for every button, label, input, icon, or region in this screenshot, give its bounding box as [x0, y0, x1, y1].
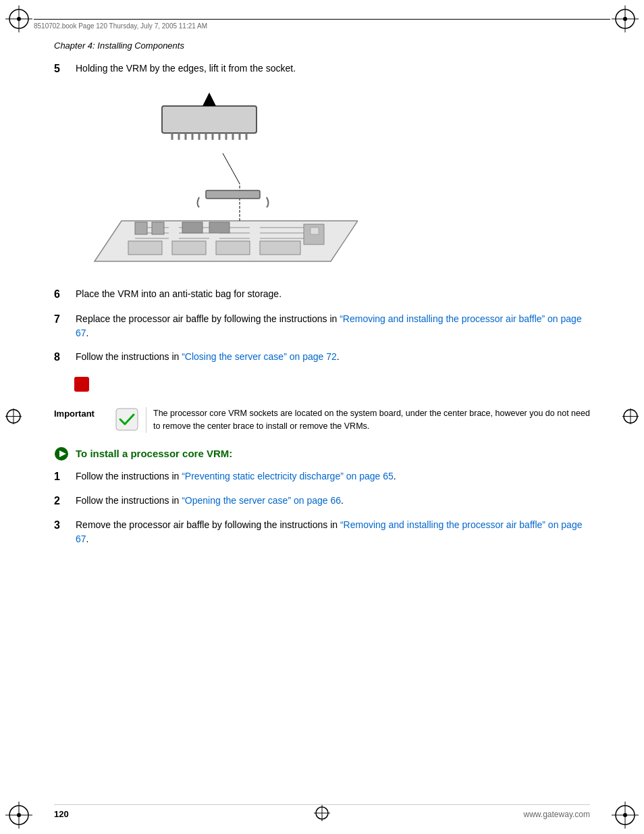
- step-8-number: 8: [54, 350, 73, 365]
- svg-marker-60: [203, 93, 216, 106]
- step-7-number: 7: [54, 312, 73, 327]
- step-7-text: Replace the processor air baffle by foll…: [76, 312, 590, 340]
- svg-rect-35: [128, 241, 162, 255]
- svg-rect-37: [216, 241, 250, 255]
- svg-rect-47: [162, 106, 257, 133]
- install-step-1-link[interactable]: “Preventing static electricity discharge…: [182, 471, 394, 481]
- stop-symbol: [74, 377, 89, 392]
- step-8-text: Follow the instructions in “Closing the …: [76, 350, 590, 364]
- corner-mark-tl: [5, 5, 32, 32]
- important-box: Important The processor core VRM sockets…: [54, 407, 590, 433]
- svg-rect-42: [209, 222, 230, 233]
- bottom-crosshair: [314, 805, 330, 823]
- svg-rect-41: [182, 222, 203, 233]
- step-5-text: Holding the VRM by the edges, lift it fr…: [76, 61, 590, 76]
- install-step-1-text: Follow the instructions in “Preventing s…: [76, 469, 590, 484]
- install-step-1-number: 1: [54, 469, 73, 484]
- step-8-block: 8 Follow the instructions in “Closing th…: [54, 350, 590, 365]
- install-step-3-number: 3: [54, 518, 73, 533]
- install-step-2-block: 2 Follow the instructions in “Opening th…: [54, 494, 590, 509]
- svg-rect-39: [135, 222, 147, 234]
- header-filename: 8510702.book Page 120 Thursday, July 7, …: [34, 22, 207, 30]
- step-6-number: 6: [54, 287, 73, 302]
- step-7-block: 7 Replace the processor air baffle by fo…: [54, 312, 590, 340]
- header-bar: 8510702.book Page 120 Thursday, July 7, …: [34, 19, 610, 30]
- install-step-3-text: Remove the processor air baffle by follo…: [76, 518, 590, 546]
- footer-url: www.gateway.com: [524, 810, 590, 819]
- install-step-1-block: 1 Follow the instructions in “Preventing…: [54, 469, 590, 484]
- corner-mark-bl: [5, 802, 32, 829]
- corner-mark-br: [612, 802, 639, 829]
- section-heading-block: To install a processor core VRM:: [54, 446, 590, 461]
- side-mark-right: [622, 408, 639, 426]
- chapter-heading: Chapter 4: Installing Components: [54, 41, 590, 51]
- install-step-2-link[interactable]: “Opening the server case” on page 66: [182, 495, 341, 506]
- install-step-3-link[interactable]: “Removing and installing the processor a…: [76, 519, 582, 544]
- content-area: Chapter 4: Installing Components 5 Holdi…: [54, 41, 590, 780]
- illustration-container: [74, 86, 358, 273]
- svg-rect-61: [206, 190, 260, 199]
- svg-rect-40: [152, 222, 164, 234]
- svg-point-7: [623, 17, 627, 21]
- install-step-2-text: Follow the instructions in “Opening the …: [76, 494, 590, 508]
- corner-mark-tr: [612, 5, 639, 32]
- play-icon: [54, 446, 69, 461]
- important-icon: [115, 407, 139, 432]
- footer-page-number: 120: [54, 809, 69, 819]
- step-5-number: 5: [54, 61, 73, 76]
- step-6-block: 6 Place the VRM into an anti-static bag …: [54, 287, 590, 302]
- install-step-2-number: 2: [54, 494, 73, 509]
- svg-point-3: [17, 17, 21, 21]
- important-text: The processor core VRM sockets are locat…: [146, 407, 590, 433]
- section-heading-text: To install a processor core VRM:: [76, 448, 232, 459]
- important-label: Important: [54, 407, 108, 419]
- svg-line-46: [223, 153, 240, 184]
- page-container: 8510702.book Page 120 Thursday, July 7, …: [0, 0, 644, 834]
- svg-point-15: [623, 813, 627, 817]
- svg-rect-38: [260, 241, 300, 255]
- svg-rect-36: [172, 241, 206, 255]
- step-6-text: Place the VRM into an anti-static bag fo…: [76, 287, 590, 301]
- step-7-link[interactable]: “Removing and installing the processor a…: [76, 313, 582, 338]
- side-mark-left: [5, 408, 22, 426]
- install-step-3-block: 3 Remove the processor air baffle by fol…: [54, 518, 590, 546]
- board-illustration: [74, 86, 358, 271]
- step-8-link[interactable]: “Closing the server case” on page 72: [182, 351, 337, 362]
- svg-point-11: [17, 813, 21, 817]
- svg-rect-44: [311, 228, 319, 234]
- step-5-block: 5 Holding the VRM by the edges, lift it …: [54, 61, 590, 76]
